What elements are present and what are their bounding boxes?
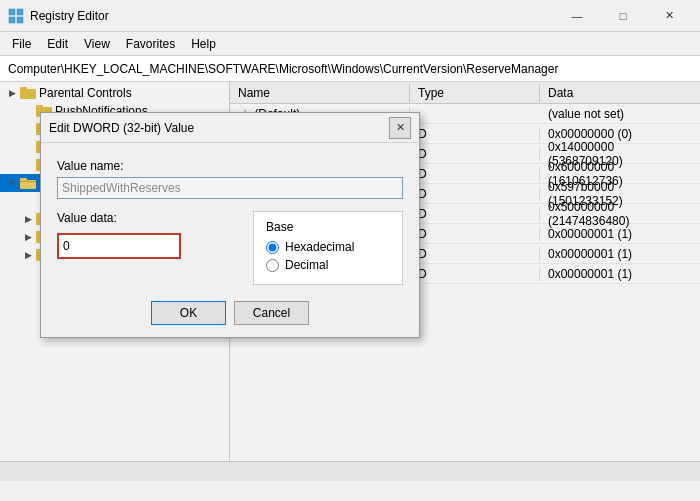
dialog-close-button[interactable]: ✕ — [389, 117, 411, 139]
title-bar: Registry Editor — □ ✕ — [0, 0, 700, 32]
value-name-input[interactable] — [57, 177, 403, 199]
edit-dword-dialog: Edit DWORD (32-bit) Value ✕ Value name: … — [40, 112, 420, 338]
dialog-body: Value name: Value data: Base — [41, 143, 419, 337]
address-bar: Computer\HKEY_LOCAL_MACHINE\SOFTWARE\Mic… — [0, 56, 700, 82]
base-section: Base Hexadecimal Decimal — [253, 211, 403, 285]
menu-bar: File Edit View Favorites Help — [0, 32, 700, 56]
value-data-section: Value data: — [57, 211, 241, 285]
base-label: Base — [266, 220, 390, 234]
ok-button[interactable]: OK — [151, 301, 226, 325]
minimize-button[interactable]: — — [554, 0, 600, 32]
dialog-title: Edit DWORD (32-bit) Value — [49, 121, 389, 135]
decimal-radio[interactable] — [266, 259, 279, 272]
menu-favorites[interactable]: Favorites — [118, 35, 183, 53]
window-title: Registry Editor — [30, 9, 554, 23]
dialog-buttons: OK Cancel — [57, 301, 403, 325]
svg-rect-0 — [9, 9, 15, 15]
menu-edit[interactable]: Edit — [39, 35, 76, 53]
dialog-title-bar: Edit DWORD (32-bit) Value ✕ — [41, 113, 419, 143]
value-data-input-wrapper — [57, 233, 181, 259]
address-path: Computer\HKEY_LOCAL_MACHINE\SOFTWARE\Mic… — [8, 62, 558, 76]
svg-rect-2 — [9, 17, 15, 23]
cancel-button[interactable]: Cancel — [234, 301, 309, 325]
decimal-label: Decimal — [285, 258, 328, 272]
svg-rect-1 — [17, 9, 23, 15]
main-content: ▶ Parental Controls ▶ PushNotifications … — [0, 82, 700, 481]
svg-rect-3 — [17, 17, 23, 23]
app-icon — [8, 8, 24, 24]
menu-file[interactable]: File — [4, 35, 39, 53]
menu-help[interactable]: Help — [183, 35, 224, 53]
dialog-overlay: Edit DWORD (32-bit) Value ✕ Value name: … — [0, 82, 700, 481]
value-name-label: Value name: — [57, 159, 403, 173]
hexadecimal-radio-row: Hexadecimal — [266, 240, 390, 254]
value-data-input[interactable] — [59, 235, 179, 257]
value-area: Value data: Base Hexadecimal — [57, 211, 403, 285]
hexadecimal-radio[interactable] — [266, 241, 279, 254]
maximize-button[interactable]: □ — [600, 0, 646, 32]
menu-view[interactable]: View — [76, 35, 118, 53]
decimal-radio-row: Decimal — [266, 258, 390, 272]
title-controls: — □ ✕ — [554, 0, 692, 32]
hexadecimal-label: Hexadecimal — [285, 240, 354, 254]
close-button[interactable]: ✕ — [646, 0, 692, 32]
value-data-label: Value data: — [57, 211, 241, 225]
